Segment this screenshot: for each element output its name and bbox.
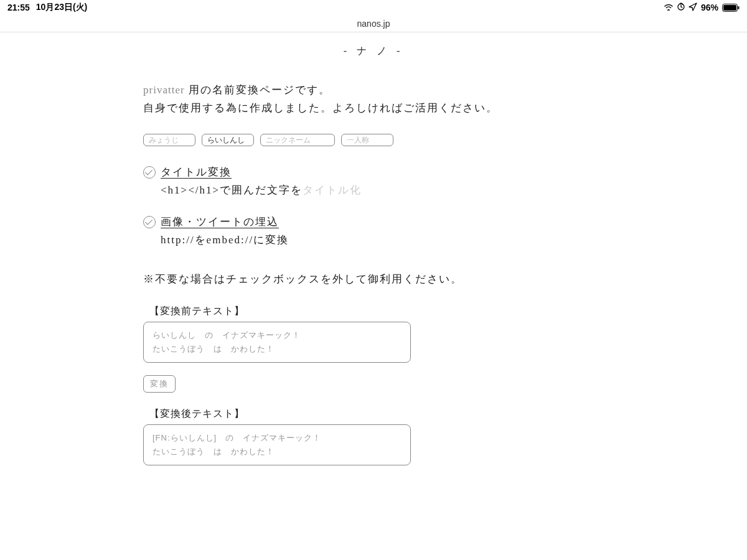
name-input[interactable] — [202, 134, 254, 146]
before-text-label: 【変換前テキスト】 — [149, 305, 604, 318]
url-text: nanos.jp — [357, 19, 390, 29]
checkmark-circle-icon[interactable] — [143, 216, 156, 228]
intro-brand: privatter — [143, 84, 185, 96]
name-inputs-row — [143, 134, 604, 146]
firstperson-input[interactable] — [341, 134, 393, 146]
title-convert-label[interactable]: タイトル変換 — [161, 165, 232, 179]
status-date: 10月23日(火) — [36, 2, 87, 13]
after-text-label: 【変換後テキスト】 — [149, 408, 604, 421]
title-convert-desc: <h1></h1>で囲んだ文字をタイトル化 — [161, 183, 604, 197]
site-title: - ナ ノ - — [143, 45, 604, 58]
myouji-input[interactable] — [143, 134, 195, 146]
intro-line-2: 自身で使用する為に作成しました。よろしければご活用ください。 — [143, 101, 604, 115]
convert-button[interactable]: 変換 — [143, 375, 176, 393]
embed-label[interactable]: 画像・ツイートの埋込 — [161, 215, 279, 229]
battery-percent: 96% — [701, 2, 718, 12]
embed-desc: http://をembed://に変換 — [161, 233, 604, 247]
intro-line-1: privatter 用の名前変換ページです。 — [143, 83, 604, 97]
wifi-icon — [664, 2, 674, 12]
lock-icon — [677, 2, 685, 13]
address-bar[interactable]: nanos.jp — [0, 15, 747, 32]
before-text-box[interactable]: らいしんし の イナズマキーック！ たいこうぼう は かわした！ — [143, 322, 411, 363]
battery-icon — [722, 4, 740, 12]
svg-rect-2 — [723, 5, 736, 11]
checkmark-circle-icon[interactable] — [143, 166, 156, 179]
title-convert-checkbox-row: タイトル変換 — [143, 165, 604, 179]
nickname-input[interactable] — [260, 134, 335, 146]
embed-checkbox-row: 画像・ツイートの埋込 — [143, 215, 604, 229]
checkbox-note: ※不要な場合はチェックボックスを外して御利用ください。 — [143, 272, 604, 286]
status-time: 21:55 — [7, 2, 30, 12]
location-icon — [688, 2, 697, 13]
after-text-box[interactable]: [FN:らいしんし] の イナズマキーック！ たいこうぼう は かわした！ — [143, 424, 411, 465]
svg-rect-3 — [738, 6, 740, 9]
status-bar: 21:55 10月23日(火) 96% — [0, 0, 747, 15]
